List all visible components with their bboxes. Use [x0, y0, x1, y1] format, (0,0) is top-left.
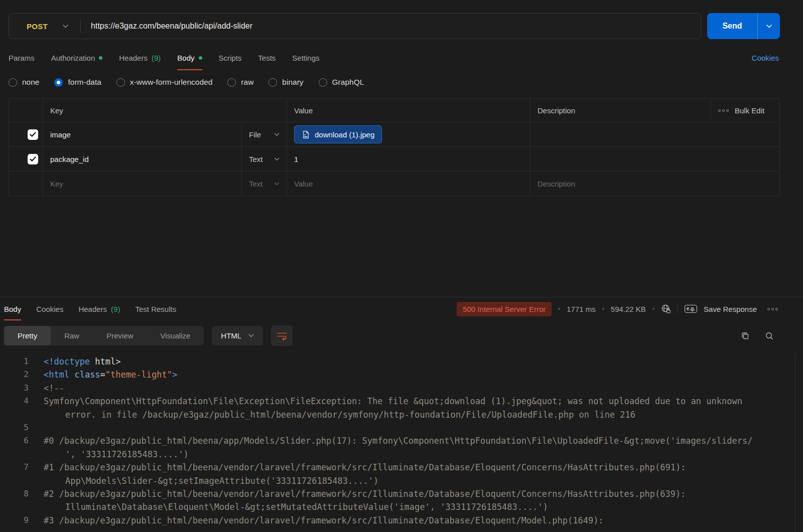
file-chip[interactable]: download (1).jpeg	[294, 125, 382, 143]
description-cell[interactable]	[530, 147, 779, 171]
key-header: Key	[43, 99, 287, 122]
tab-label: Body	[4, 305, 21, 313]
response-tab-headers[interactable]: Headers(9)	[78, 297, 120, 320]
type-label: Text	[249, 180, 263, 188]
type-select[interactable]: Text	[241, 171, 287, 196]
row-checkbox-cell	[9, 171, 43, 196]
code-text: Symfony\Component\HttpFoundation\File\Ex…	[44, 395, 742, 408]
form-data-table: Key Value Description Bulk Edit imageFil…	[9, 98, 780, 196]
separator-dot	[652, 308, 654, 310]
response-tab-cookies[interactable]: Cookies	[36, 297, 63, 320]
radio-label: GraphQL	[332, 78, 364, 87]
radio-x-www-form-urlencoded[interactable]: x-www-form-urlencoded	[116, 78, 213, 87]
code-text: #2 /backup/e3gaz/public_html/beena/vendo…	[44, 487, 686, 500]
modified-dot	[199, 56, 202, 60]
code-line: App\Models\Slider-&gt;setImageAttribute(…	[0, 474, 803, 487]
tab-label: Headers	[78, 305, 107, 313]
tab-label: Body	[177, 54, 194, 62]
chevron-down-icon	[63, 25, 68, 28]
radio-form-data[interactable]: form-data	[54, 78, 101, 87]
view-tab-raw[interactable]: Raw	[51, 326, 93, 345]
code-text: error. in file /backup/e3gaz/public_html…	[44, 408, 635, 421]
code-line: Illuminate\Database\Eloquent\Model-&gt;s…	[0, 500, 803, 513]
tab-body[interactable]: Body	[177, 45, 202, 70]
tab-label: Headers	[119, 54, 148, 62]
line-number	[0, 408, 29, 421]
type-label: File	[249, 130, 261, 139]
send-options-button[interactable]	[757, 13, 780, 39]
radio-graphql[interactable]: GraphQL	[319, 78, 364, 87]
type-select[interactable]: Text	[241, 147, 287, 171]
select-all-cell	[9, 99, 43, 122]
tab-headers[interactable]: Headers(9)	[119, 45, 161, 70]
key-cell[interactable]: image	[43, 122, 241, 146]
format-select[interactable]: HTML	[212, 326, 263, 345]
radio-raw[interactable]: raw	[227, 78, 253, 87]
description-cell[interactable]: Description	[530, 171, 779, 196]
radio-none[interactable]: none	[9, 78, 39, 87]
send-button-group: Send	[707, 13, 780, 39]
response-tab-test-results[interactable]: Test Results	[135, 297, 176, 320]
wrap-text-button[interactable]	[271, 325, 293, 346]
view-tab-visualize[interactable]: Visualize	[147, 326, 204, 345]
view-tab-pretty[interactable]: Pretty	[4, 326, 51, 345]
toolbar-right	[741, 331, 777, 340]
line-number: 7	[0, 461, 29, 474]
line-number: 5	[0, 421, 29, 434]
line-number: 4	[0, 395, 29, 408]
view-tab-preview[interactable]: Preview	[93, 326, 147, 345]
more-options-icon	[718, 109, 729, 112]
response-panel: BodyCookiesHeaders(9)Test Results 500 In…	[0, 297, 803, 532]
more-options-icon[interactable]	[767, 308, 778, 310]
method-select[interactable]: POST	[9, 22, 80, 31]
cookies-link[interactable]: Cookies	[752, 54, 779, 62]
row-checkbox-cell	[9, 147, 43, 171]
key-cell[interactable]: Key	[43, 171, 241, 196]
code-text: Illuminate\Database\Eloquent\Model-&gt;s…	[44, 500, 548, 513]
chevron-down-icon	[248, 334, 254, 337]
send-button[interactable]: Send	[707, 13, 757, 39]
value-cell[interactable]: 1	[287, 147, 530, 171]
value-cell[interactable]: Value	[287, 171, 530, 196]
response-tab-body[interactable]: Body	[4, 297, 21, 320]
value-header: Value	[287, 99, 530, 122]
copy-icon[interactable]	[741, 331, 750, 340]
bulk-edit-button[interactable]: Bulk Edit	[711, 99, 779, 122]
network-security-icon[interactable]	[661, 304, 671, 314]
tab-authorization[interactable]: Authorization	[51, 45, 103, 70]
code-line: 2<html class="theme-light">	[0, 368, 803, 381]
radio-binary[interactable]: binary	[269, 78, 303, 87]
row-checkbox-cell	[9, 122, 43, 146]
tab-scripts[interactable]: Scripts	[219, 45, 242, 70]
radio-label: raw	[241, 78, 253, 87]
tab-params[interactable]: Params	[9, 45, 35, 70]
table-row: imageFiledownload (1).jpeg	[9, 122, 779, 146]
scrollbar[interactable]	[795, 352, 795, 532]
search-icon[interactable]	[765, 331, 774, 340]
format-label: HTML	[221, 331, 241, 340]
url-input[interactable]: https://e3gaz.com/beena/public/api/add-s…	[81, 22, 701, 31]
key-cell[interactable]: package_id	[43, 147, 241, 171]
type-select[interactable]: File	[241, 122, 287, 146]
checkbox-checked[interactable]	[28, 129, 38, 140]
checkbox-checked[interactable]	[28, 154, 38, 164]
response-body-code[interactable]: 1<!doctype html>2<html class="theme-ligh…	[0, 351, 803, 527]
code-line: 7#1 /backup/e3gaz/public_html/beena/vend…	[0, 461, 803, 474]
response-meta: 500 Internal Server Error 1771 ms 594.22…	[457, 297, 778, 320]
tab-label: Tests	[258, 54, 276, 62]
response-size: 594.22 KB	[611, 305, 646, 313]
table-row: KeyTextValueDescription	[9, 171, 779, 196]
line-number: 3	[0, 382, 29, 395]
code-text: <!--	[44, 382, 64, 395]
line-number: 1	[0, 355, 29, 368]
tab-tests[interactable]: Tests	[258, 45, 276, 70]
tab-settings[interactable]: Settings	[292, 45, 319, 70]
description-cell[interactable]	[530, 122, 779, 146]
radio-dot	[54, 78, 63, 87]
radio-label: form-data	[68, 78, 101, 87]
response-toolbar: PrettyRawPreviewVisualize HTML	[0, 320, 803, 351]
save-response-button[interactable]: Save Response	[704, 305, 757, 313]
line-number: 2	[0, 368, 29, 381]
value-cell[interactable]: download (1).jpeg	[287, 122, 530, 146]
radio-dot	[227, 78, 236, 87]
